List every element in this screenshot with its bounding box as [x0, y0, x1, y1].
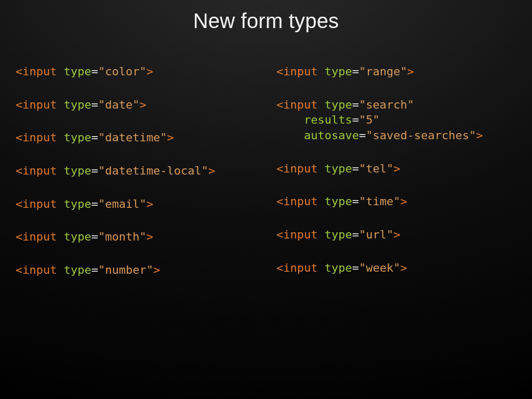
space	[57, 65, 63, 78]
tag-close: >	[139, 98, 146, 111]
tag-name: input	[283, 162, 317, 175]
attr-value: "url"	[359, 228, 393, 241]
attr-type: type	[64, 263, 91, 276]
tag-close: >	[167, 131, 174, 144]
tag-close: >	[147, 230, 153, 243]
attr-type: type	[325, 228, 352, 241]
tag-close: >	[147, 65, 153, 78]
equals: =	[91, 98, 98, 111]
attr-value: "datetime-local"	[98, 164, 208, 177]
tag-name: input	[22, 197, 57, 210]
tag-name: input	[22, 164, 57, 177]
space	[317, 98, 324, 111]
attr-type: type	[325, 162, 352, 175]
tag-open: <	[16, 131, 22, 144]
attr-type: type	[64, 197, 91, 210]
attr-type: type	[64, 98, 91, 111]
attr-type: type	[64, 131, 91, 144]
tag-close: >	[476, 129, 483, 142]
code-input-tel: <input type="tel">	[276, 161, 516, 177]
attr-type: type	[325, 261, 352, 274]
tag-open: <	[276, 162, 283, 175]
tag-close: >	[393, 162, 400, 175]
equals: =	[352, 113, 359, 126]
tag-close: >	[400, 195, 407, 208]
attr-value: "week"	[359, 261, 400, 274]
tag-name: input	[283, 98, 317, 111]
attr-value: "tel"	[359, 162, 393, 175]
equals: =	[352, 162, 359, 175]
tag-close: >	[153, 263, 160, 276]
space	[317, 195, 324, 208]
attr-value: "email"	[98, 197, 147, 210]
code-input-month: <input type="month">	[16, 229, 256, 245]
tag-name: input	[283, 65, 317, 78]
space	[57, 98, 63, 111]
code-input-search: <input type="search" results="5" autosav…	[276, 97, 516, 143]
code-input-date: <input type="date">	[16, 97, 256, 113]
space	[317, 228, 324, 241]
attr-value: "number"	[98, 263, 153, 276]
equals: =	[91, 230, 98, 243]
code-input-datetime: <input type="datetime">	[16, 130, 256, 145]
tag-name: input	[22, 65, 57, 78]
equals: =	[352, 195, 359, 208]
tag-close: >	[400, 261, 407, 274]
space	[317, 261, 324, 274]
attr-value: "saved-searches"	[366, 129, 476, 142]
code-input-range: <input type="range">	[276, 64, 516, 79]
tag-open: <	[16, 197, 22, 210]
equals: =	[91, 164, 98, 177]
tag-close: >	[393, 228, 400, 241]
tag-close: >	[147, 197, 153, 210]
columns: <input type="color"> <input type="date">…	[0, 33, 532, 278]
tag-name: input	[22, 263, 57, 276]
equals: =	[91, 263, 98, 276]
attr-value: "month"	[98, 230, 147, 243]
attr-type: type	[325, 65, 352, 78]
code-input-url: <input type="url">	[276, 227, 516, 243]
left-column: <input type="color"> <input type="date">…	[16, 64, 256, 278]
equals: =	[91, 131, 98, 144]
equals: =	[352, 261, 359, 274]
code-input-week: <input type="week">	[276, 260, 516, 276]
right-column: <input type="range"> <input type="search…	[276, 64, 516, 278]
attr-value: "date"	[98, 98, 139, 111]
attr-type: type	[64, 164, 91, 177]
code-input-time: <input type="time">	[276, 194, 516, 209]
slide: New form types <input type="color"> <inp…	[0, 0, 532, 399]
equals: =	[91, 197, 98, 210]
tag-open: <	[16, 263, 22, 276]
equals: =	[352, 228, 359, 241]
attr-value: "search"	[359, 98, 414, 111]
tag-open: <	[16, 65, 22, 78]
space	[57, 230, 63, 243]
tag-open: <	[16, 98, 22, 111]
attr-value: "color"	[98, 65, 147, 78]
tag-name: input	[22, 131, 57, 144]
space	[57, 131, 63, 144]
code-input-datetime-local: <input type="datetime-local">	[16, 163, 256, 179]
tag-open: <	[16, 230, 22, 243]
code-input-email: <input type="email">	[16, 196, 256, 212]
equals: =	[352, 65, 359, 78]
attr-value: "time"	[359, 195, 400, 208]
attr-results: results	[304, 113, 352, 126]
equals: =	[359, 129, 366, 142]
space	[317, 65, 324, 78]
tag-close: >	[407, 65, 414, 78]
indent	[276, 129, 304, 142]
space	[57, 263, 63, 276]
tag-name: input	[22, 98, 57, 111]
tag-name: input	[22, 230, 57, 243]
space	[57, 197, 63, 210]
code-input-color: <input type="color">	[16, 64, 256, 79]
tag-name: input	[283, 195, 317, 208]
tag-name: input	[283, 228, 317, 241]
tag-open: <	[276, 65, 283, 78]
space	[317, 162, 324, 175]
tag-open: <	[276, 195, 283, 208]
tag-open: <	[276, 228, 283, 241]
equals: =	[352, 98, 359, 111]
space	[57, 164, 63, 177]
